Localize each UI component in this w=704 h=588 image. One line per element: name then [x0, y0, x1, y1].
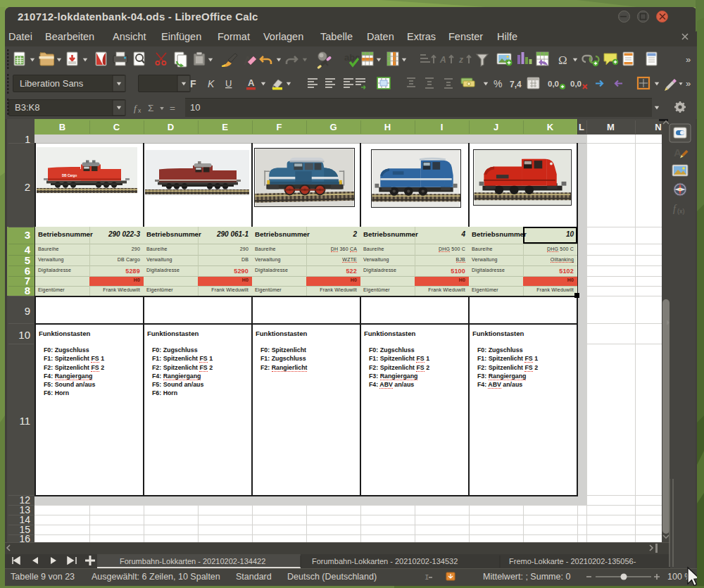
svg-text:0,0: 0,0 [548, 80, 559, 88]
svg-text:Ω: Ω [558, 54, 567, 67]
svg-text:Σ: Σ [148, 103, 153, 113]
svg-text:»: » [686, 54, 691, 65]
svg-text:A: A [248, 77, 255, 88]
svg-text:%: % [494, 78, 502, 89]
svg-text:(x): (x) [677, 208, 685, 215]
svg-text:A: A [439, 55, 446, 65]
svg-text:x: x [138, 107, 142, 114]
svg-text:I: I [425, 573, 429, 582]
svg-text:=: = [170, 103, 175, 113]
svg-text:0,0: 0,0 [570, 80, 582, 88]
svg-text:7,4: 7,4 [510, 80, 522, 89]
svg-text:z: z [458, 55, 463, 65]
svg-text:U: U [225, 78, 232, 89]
svg-text:A: A [674, 146, 681, 158]
svg-text:F: F [190, 78, 196, 89]
svg-text:»: » [686, 78, 691, 89]
svg-text:K: K [208, 78, 215, 89]
